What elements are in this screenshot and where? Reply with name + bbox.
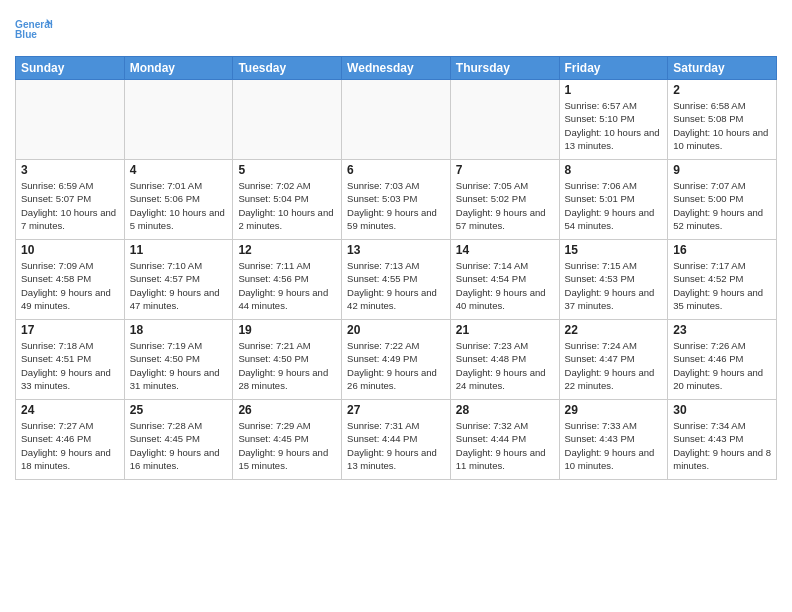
- day-number: 25: [130, 403, 228, 417]
- week-row-3: 17Sunrise: 7:18 AM Sunset: 4:51 PM Dayli…: [16, 320, 777, 400]
- day-number: 13: [347, 243, 445, 257]
- calendar-cell: 24Sunrise: 7:27 AM Sunset: 4:46 PM Dayli…: [16, 400, 125, 480]
- day-info: Sunrise: 7:13 AM Sunset: 4:55 PM Dayligh…: [347, 259, 445, 312]
- day-info: Sunrise: 7:27 AM Sunset: 4:46 PM Dayligh…: [21, 419, 119, 472]
- calendar-cell: 21Sunrise: 7:23 AM Sunset: 4:48 PM Dayli…: [450, 320, 559, 400]
- day-info: Sunrise: 7:03 AM Sunset: 5:03 PM Dayligh…: [347, 179, 445, 232]
- day-info: Sunrise: 7:32 AM Sunset: 4:44 PM Dayligh…: [456, 419, 554, 472]
- day-number: 22: [565, 323, 663, 337]
- calendar-cell: [450, 80, 559, 160]
- logo: General Blue: [15, 10, 53, 48]
- calendar-cell: 15Sunrise: 7:15 AM Sunset: 4:53 PM Dayli…: [559, 240, 668, 320]
- day-info: Sunrise: 7:14 AM Sunset: 4:54 PM Dayligh…: [456, 259, 554, 312]
- day-number: 17: [21, 323, 119, 337]
- page: General Blue SundayMondayTuesdayWednesda…: [0, 0, 792, 612]
- svg-text:Blue: Blue: [15, 29, 37, 40]
- calendar-cell: 18Sunrise: 7:19 AM Sunset: 4:50 PM Dayli…: [124, 320, 233, 400]
- day-number: 10: [21, 243, 119, 257]
- calendar-cell: 1Sunrise: 6:57 AM Sunset: 5:10 PM Daylig…: [559, 80, 668, 160]
- day-info: Sunrise: 7:26 AM Sunset: 4:46 PM Dayligh…: [673, 339, 771, 392]
- day-info: Sunrise: 7:34 AM Sunset: 4:43 PM Dayligh…: [673, 419, 771, 472]
- header: General Blue: [15, 10, 777, 48]
- calendar-cell: 10Sunrise: 7:09 AM Sunset: 4:58 PM Dayli…: [16, 240, 125, 320]
- calendar-cell: [342, 80, 451, 160]
- calendar-cell: 27Sunrise: 7:31 AM Sunset: 4:44 PM Dayli…: [342, 400, 451, 480]
- calendar-cell: 4Sunrise: 7:01 AM Sunset: 5:06 PM Daylig…: [124, 160, 233, 240]
- week-row-2: 10Sunrise: 7:09 AM Sunset: 4:58 PM Dayli…: [16, 240, 777, 320]
- day-number: 18: [130, 323, 228, 337]
- calendar-cell: 6Sunrise: 7:03 AM Sunset: 5:03 PM Daylig…: [342, 160, 451, 240]
- calendar-cell: [16, 80, 125, 160]
- day-number: 16: [673, 243, 771, 257]
- calendar-cell: 16Sunrise: 7:17 AM Sunset: 4:52 PM Dayli…: [668, 240, 777, 320]
- day-number: 28: [456, 403, 554, 417]
- calendar-cell: [233, 80, 342, 160]
- calendar-cell: 14Sunrise: 7:14 AM Sunset: 4:54 PM Dayli…: [450, 240, 559, 320]
- calendar-cell: 29Sunrise: 7:33 AM Sunset: 4:43 PM Dayli…: [559, 400, 668, 480]
- day-number: 24: [21, 403, 119, 417]
- col-header-sunday: Sunday: [16, 57, 125, 80]
- calendar-cell: 28Sunrise: 7:32 AM Sunset: 4:44 PM Dayli…: [450, 400, 559, 480]
- day-info: Sunrise: 7:21 AM Sunset: 4:50 PM Dayligh…: [238, 339, 336, 392]
- day-number: 7: [456, 163, 554, 177]
- day-info: Sunrise: 7:28 AM Sunset: 4:45 PM Dayligh…: [130, 419, 228, 472]
- col-header-thursday: Thursday: [450, 57, 559, 80]
- calendar-table: SundayMondayTuesdayWednesdayThursdayFrid…: [15, 56, 777, 480]
- col-header-saturday: Saturday: [668, 57, 777, 80]
- day-info: Sunrise: 7:24 AM Sunset: 4:47 PM Dayligh…: [565, 339, 663, 392]
- day-info: Sunrise: 7:31 AM Sunset: 4:44 PM Dayligh…: [347, 419, 445, 472]
- calendar-cell: 19Sunrise: 7:21 AM Sunset: 4:50 PM Dayli…: [233, 320, 342, 400]
- calendar-cell: 13Sunrise: 7:13 AM Sunset: 4:55 PM Dayli…: [342, 240, 451, 320]
- day-info: Sunrise: 7:06 AM Sunset: 5:01 PM Dayligh…: [565, 179, 663, 232]
- day-number: 27: [347, 403, 445, 417]
- day-info: Sunrise: 7:22 AM Sunset: 4:49 PM Dayligh…: [347, 339, 445, 392]
- day-info: Sunrise: 7:11 AM Sunset: 4:56 PM Dayligh…: [238, 259, 336, 312]
- calendar-cell: 23Sunrise: 7:26 AM Sunset: 4:46 PM Dayli…: [668, 320, 777, 400]
- day-number: 5: [238, 163, 336, 177]
- day-info: Sunrise: 7:18 AM Sunset: 4:51 PM Dayligh…: [21, 339, 119, 392]
- col-header-monday: Monday: [124, 57, 233, 80]
- day-number: 29: [565, 403, 663, 417]
- day-number: 15: [565, 243, 663, 257]
- day-info: Sunrise: 6:59 AM Sunset: 5:07 PM Dayligh…: [21, 179, 119, 232]
- calendar-cell: 9Sunrise: 7:07 AM Sunset: 5:00 PM Daylig…: [668, 160, 777, 240]
- day-info: Sunrise: 7:15 AM Sunset: 4:53 PM Dayligh…: [565, 259, 663, 312]
- day-number: 4: [130, 163, 228, 177]
- col-header-wednesday: Wednesday: [342, 57, 451, 80]
- day-info: Sunrise: 7:23 AM Sunset: 4:48 PM Dayligh…: [456, 339, 554, 392]
- week-row-1: 3Sunrise: 6:59 AM Sunset: 5:07 PM Daylig…: [16, 160, 777, 240]
- calendar-cell: 17Sunrise: 7:18 AM Sunset: 4:51 PM Dayli…: [16, 320, 125, 400]
- day-info: Sunrise: 7:01 AM Sunset: 5:06 PM Dayligh…: [130, 179, 228, 232]
- day-number: 21: [456, 323, 554, 337]
- day-info: Sunrise: 7:05 AM Sunset: 5:02 PM Dayligh…: [456, 179, 554, 232]
- day-number: 30: [673, 403, 771, 417]
- calendar-cell: 5Sunrise: 7:02 AM Sunset: 5:04 PM Daylig…: [233, 160, 342, 240]
- day-number: 11: [130, 243, 228, 257]
- day-info: Sunrise: 7:33 AM Sunset: 4:43 PM Dayligh…: [565, 419, 663, 472]
- col-header-friday: Friday: [559, 57, 668, 80]
- calendar-header-row: SundayMondayTuesdayWednesdayThursdayFrid…: [16, 57, 777, 80]
- day-number: 1: [565, 83, 663, 97]
- day-info: Sunrise: 7:17 AM Sunset: 4:52 PM Dayligh…: [673, 259, 771, 312]
- week-row-4: 24Sunrise: 7:27 AM Sunset: 4:46 PM Dayli…: [16, 400, 777, 480]
- calendar-cell: 7Sunrise: 7:05 AM Sunset: 5:02 PM Daylig…: [450, 160, 559, 240]
- calendar-cell: 3Sunrise: 6:59 AM Sunset: 5:07 PM Daylig…: [16, 160, 125, 240]
- calendar-cell: 20Sunrise: 7:22 AM Sunset: 4:49 PM Dayli…: [342, 320, 451, 400]
- day-number: 20: [347, 323, 445, 337]
- week-row-0: 1Sunrise: 6:57 AM Sunset: 5:10 PM Daylig…: [16, 80, 777, 160]
- day-number: 19: [238, 323, 336, 337]
- calendar-cell: 25Sunrise: 7:28 AM Sunset: 4:45 PM Dayli…: [124, 400, 233, 480]
- day-number: 23: [673, 323, 771, 337]
- calendar-cell: 22Sunrise: 7:24 AM Sunset: 4:47 PM Dayli…: [559, 320, 668, 400]
- day-number: 3: [21, 163, 119, 177]
- calendar-cell: 12Sunrise: 7:11 AM Sunset: 4:56 PM Dayli…: [233, 240, 342, 320]
- day-info: Sunrise: 6:58 AM Sunset: 5:08 PM Dayligh…: [673, 99, 771, 152]
- day-info: Sunrise: 7:09 AM Sunset: 4:58 PM Dayligh…: [21, 259, 119, 312]
- calendar-cell: 30Sunrise: 7:34 AM Sunset: 4:43 PM Dayli…: [668, 400, 777, 480]
- calendar-cell: 26Sunrise: 7:29 AM Sunset: 4:45 PM Dayli…: [233, 400, 342, 480]
- day-info: Sunrise: 7:07 AM Sunset: 5:00 PM Dayligh…: [673, 179, 771, 232]
- day-info: Sunrise: 7:02 AM Sunset: 5:04 PM Dayligh…: [238, 179, 336, 232]
- col-header-tuesday: Tuesday: [233, 57, 342, 80]
- day-number: 12: [238, 243, 336, 257]
- calendar-cell: 2Sunrise: 6:58 AM Sunset: 5:08 PM Daylig…: [668, 80, 777, 160]
